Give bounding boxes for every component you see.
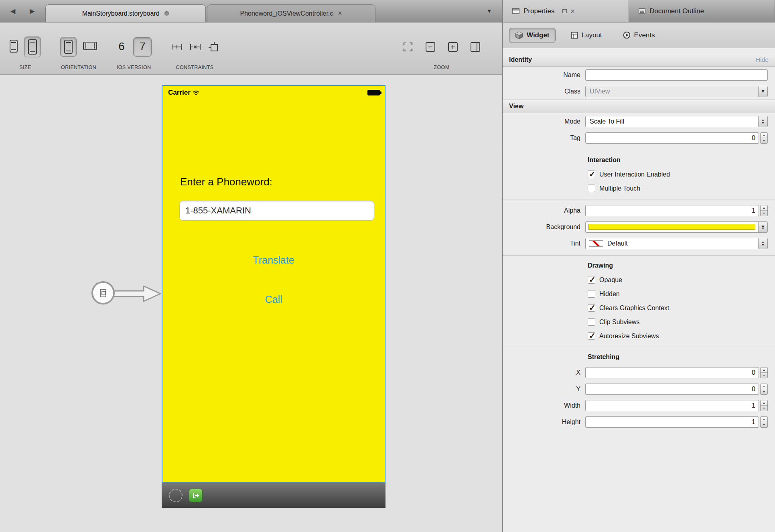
tint-value: Default (603, 240, 758, 247)
tint-color-dropdown[interactable]: Default (585, 238, 768, 249)
alpha-label: Alpha (503, 207, 585, 214)
phoneword-text-field[interactable]: 1-855-XAMARIN (179, 201, 374, 221)
tab-layout[interactable]: Layout (565, 28, 608, 43)
multiple-touch-checkbox[interactable] (588, 185, 595, 192)
zoom-in-icon[interactable] (448, 42, 458, 52)
first-responder-icon[interactable] (169, 489, 183, 502)
tag-stepper[interactable] (760, 132, 768, 144)
tab-widget[interactable]: Widget (509, 28, 556, 43)
clip-subviews-checkbox[interactable] (588, 318, 595, 326)
designer-toolbar: SIZE ORIENTATION 6 7 iOS VERSION (0, 22, 502, 75)
stretch-height-input[interactable]: 1 (585, 416, 759, 428)
float-panel-icon[interactable] (562, 9, 567, 13)
orientation-landscape-button[interactable] (83, 42, 97, 52)
stretch-y-stepper[interactable] (760, 384, 768, 395)
initial-viewcontroller-indicator[interactable] (91, 281, 164, 306)
tab-viewcontroller-code[interactable]: Phoneword_iOSViewController.c × (207, 4, 375, 22)
mode-label: Layout (582, 31, 602, 39)
close-tab-icon[interactable]: × (338, 9, 342, 18)
popup-arrows-icon[interactable] (758, 116, 767, 127)
ios7-button[interactable]: 7 (133, 37, 152, 57)
document-outline-icon (639, 8, 645, 14)
size-3.5inch-button[interactable] (10, 40, 18, 54)
stretch-y-input[interactable]: 0 (585, 384, 759, 395)
tab-document-outline[interactable]: Document Outline (629, 0, 775, 22)
stretch-width-stepper[interactable] (760, 400, 768, 411)
design-surface[interactable]: Carrier Enter a Phoneword: 1-855-XAMARIN… (0, 75, 502, 532)
section-title: View (509, 103, 523, 110)
modified-dot-icon (164, 11, 169, 16)
tab-label: MainStoryboard.storyboard (82, 10, 160, 17)
height-constraint-icon[interactable] (189, 42, 201, 52)
divider (503, 199, 775, 199)
height-label: Height (503, 418, 585, 426)
class-label: Class (503, 88, 585, 95)
editor-pane: ◀ ▶ MainStoryboard.storyboard Phoneword_… (0, 0, 503, 532)
name-row: Name (503, 67, 775, 83)
ios6-button[interactable]: 6 (116, 41, 127, 53)
cube-icon (515, 31, 523, 39)
call-button[interactable]: Call (162, 294, 385, 305)
stretch-x-input[interactable]: 0 (585, 367, 759, 378)
entry-point-circle[interactable] (91, 281, 115, 305)
tab-storyboard[interactable]: MainStoryboard.storyboard (45, 4, 206, 22)
tab-properties[interactable]: Properties ✕ (503, 0, 629, 22)
opaque-checkbox[interactable] (588, 276, 595, 284)
phone-3.5inch-icon (10, 40, 18, 53)
hidden-row: Hidden (503, 287, 775, 301)
user-interaction-checkbox[interactable] (588, 171, 595, 178)
editor-tabbar: ◀ ▶ MainStoryboard.storyboard Phoneword_… (0, 0, 502, 22)
interaction-header: Interaction (503, 153, 775, 167)
back-icon[interactable]: ◀ (10, 7, 15, 15)
orientation-label: ORIENTATION (61, 65, 96, 70)
tab-label: Properties (523, 7, 554, 15)
close-panel-icon[interactable]: ✕ (570, 8, 575, 14)
autoresize-subviews-checkbox[interactable] (588, 332, 595, 340)
alpha-input[interactable]: 1 (585, 205, 759, 216)
width-constraint-icon[interactable] (171, 42, 183, 52)
content-mode-dropdown[interactable]: Scale To Fill (585, 116, 768, 127)
tab-events[interactable]: Events (617, 28, 661, 43)
tag-input[interactable]: 0 (585, 132, 759, 144)
chevron-down-icon[interactable] (758, 86, 767, 97)
background-label: Background (503, 223, 585, 231)
clears-graphics-row: Clears Graphics Context (503, 301, 775, 315)
stretch-width-input[interactable]: 1 (585, 400, 759, 411)
uiview-canvas[interactable]: Carrier Enter a Phoneword: 1-855-XAMARIN… (162, 85, 385, 483)
hide-link[interactable]: Hide (756, 56, 769, 63)
frame-constraint-icon[interactable] (208, 42, 219, 52)
phoneword-label[interactable]: Enter a Phoneword: (180, 176, 272, 188)
hidden-checkbox[interactable] (588, 290, 595, 298)
viewcontroller[interactable]: Carrier Enter a Phoneword: 1-855-XAMARIN… (162, 85, 385, 508)
stretch-x-stepper[interactable] (760, 367, 768, 378)
stretch-height-stepper[interactable] (760, 416, 768, 428)
exit-segue-icon[interactable] (189, 489, 203, 502)
viewcontroller-bar (162, 483, 385, 508)
events-icon (623, 31, 631, 39)
orientation-portrait-button[interactable] (60, 37, 77, 57)
zoom-out-icon[interactable] (425, 42, 436, 52)
background-color-dropdown[interactable] (585, 221, 768, 233)
forward-icon[interactable]: ▶ (30, 7, 34, 15)
mode-label: Events (634, 31, 655, 39)
popup-arrows-icon[interactable] (758, 238, 767, 249)
popup-arrows-icon[interactable] (758, 222, 767, 232)
mode-label: Mode (503, 118, 585, 125)
zoom-fit-icon[interactable] (470, 42, 481, 52)
multiple-touch-row: Multiple Touch (503, 181, 775, 195)
name-input[interactable] (585, 69, 768, 81)
inspector-mode-toolbar: Widget Layout Events (503, 22, 775, 48)
tint-none-swatch (589, 240, 603, 247)
entry-arrow-icon (112, 285, 163, 303)
zoom-fullscreen-icon[interactable] (403, 42, 413, 52)
size-4inch-button[interactable] (24, 37, 41, 57)
mode-label: Widget (527, 31, 550, 39)
alpha-stepper[interactable] (760, 205, 768, 216)
class-dropdown[interactable]: UIView (585, 86, 768, 97)
clears-graphics-checkbox[interactable] (588, 304, 595, 312)
width-label: Width (503, 402, 585, 409)
stretch-width-row: Width 1 (503, 397, 775, 414)
checkbox-label: Multiple Touch (599, 185, 640, 192)
tab-overflow-icon[interactable]: ▼ (487, 8, 502, 14)
translate-button[interactable]: Translate (162, 254, 385, 266)
